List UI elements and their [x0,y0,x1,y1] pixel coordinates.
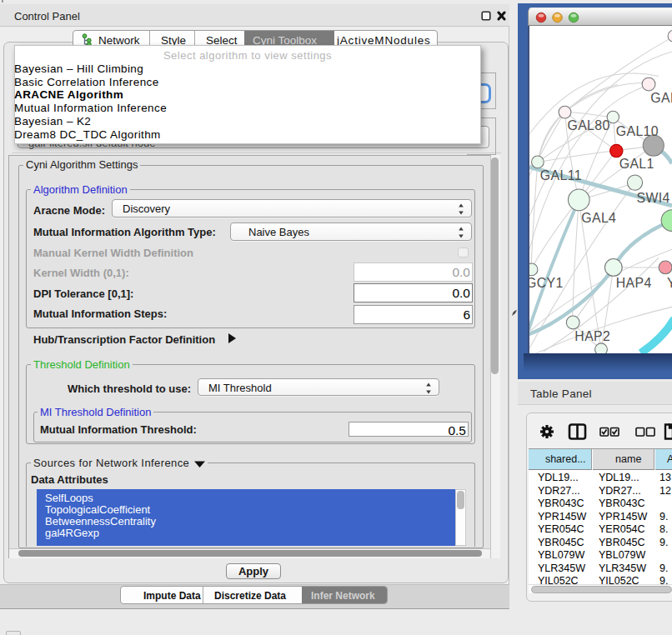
svg-text:GAL10: GAL10 [616,124,659,138]
svg-text:GAL1: GAL1 [619,157,654,171]
svg-text:SWI4: SWI4 [636,191,669,205]
svg-text:HAP4: HAP4 [616,276,652,290]
svg-text:GCY1: GCY1 [528,276,564,290]
svg-text:GAL2: GAL2 [650,91,672,105]
svg-text:HAP2: HAP2 [574,329,610,343]
svg-text:GAL80: GAL80 [567,118,609,132]
svg-text:GAL4: GAL4 [581,211,616,225]
svg-text:YJ: YJ [667,276,672,290]
svg-text:GAL11: GAL11 [540,168,582,182]
